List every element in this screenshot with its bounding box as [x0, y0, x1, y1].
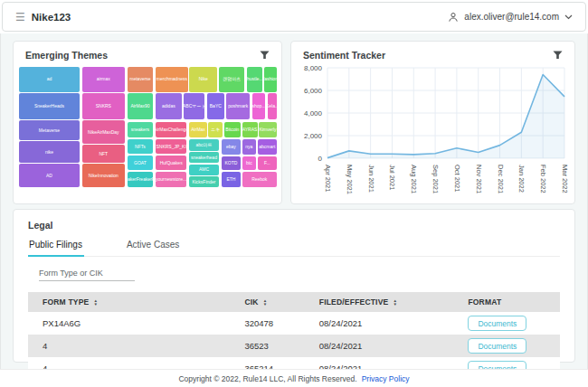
- treemap-tile[interactable]: AirMaxChallenge: [156, 122, 186, 137]
- treemap-tile[interactable]: Metaverse: [19, 120, 80, 140]
- table-row: PX14A6G32047808/24/2021Documents: [28, 312, 560, 335]
- treemap-tile[interactable]: HufQuakes: [156, 156, 186, 171]
- treemap-tile[interactable]: F...: [258, 156, 277, 170]
- treemap-tile[interactable]: yournewstore...: [156, 172, 186, 187]
- treemap-tile[interactable]: ニキ: [208, 122, 223, 137]
- treemap-tile[interactable]: sneakers: [128, 122, 154, 137]
- page: ☰ Nike123 alex.oliver@rule14.com Emergin…: [0, 0, 588, 387]
- svg-text:Jul 2021: Jul 2021: [388, 165, 396, 190]
- sort-icon[interactable]: ▲▼: [393, 299, 397, 306]
- treemap-tile[interactable]: AYRAS: [242, 122, 258, 137]
- svg-text:Aug 2021: Aug 2021: [410, 165, 418, 194]
- treemap-tile[interactable]: NFT: [82, 145, 125, 163]
- treemap-tile[interactable]: BaYC: [207, 93, 224, 119]
- treemap-tile[interactable]: airmax: [82, 67, 125, 92]
- privacy-policy-link[interactable]: Privacy Policy: [362, 374, 410, 383]
- treemap-tile[interactable]: sneakerhead: [189, 152, 219, 163]
- filter-icon[interactable]: [553, 51, 563, 60]
- tab-active-cases[interactable]: Active Cases: [126, 238, 181, 256]
- column-header: FORMAT: [453, 292, 560, 312]
- treemap-tile[interactable]: Bitcoin: [224, 122, 242, 137]
- treemap-tile[interactable]: Nike: [189, 67, 217, 92]
- treemap-tile[interactable]: Kimverly: [259, 122, 277, 137]
- treemap-tile[interactable]: AirMax90: [128, 93, 154, 119]
- treemap-tile[interactable]: NFTs: [128, 139, 154, 155]
- form-type-cik-input[interactable]: [39, 267, 135, 281]
- svg-text:Dec 2021: Dec 2021: [497, 165, 505, 194]
- sentiment-tracker-panel: Sentiment Tracker 02,0004,0006,0008,000A…: [290, 41, 575, 204]
- menu-icon[interactable]: ☰: [15, 12, 25, 23]
- treemap-tile[interactable]: AMC: [189, 165, 219, 175]
- copyright-text: Copyright © 2022, Rule14 LLC, All Rights…: [178, 374, 356, 383]
- emerging-themes-panel: Emerging Themes adSneakerHeadsMetaversen…: [13, 41, 282, 204]
- treemap-tile[interactable]: AD: [19, 164, 80, 187]
- tab-public-filings[interactable]: Public Filings: [28, 238, 84, 257]
- sort-icon[interactable]: ▲▼: [93, 299, 98, 306]
- sort-icon[interactable]: ▲▼: [263, 299, 268, 306]
- svg-text:2,000: 2,000: [304, 132, 323, 140]
- treemap-tile[interactable]: SNKRS: [82, 93, 125, 119]
- form-type-cell: PX14A6G: [28, 312, 230, 335]
- svg-text:Nov 2021: Nov 2021: [475, 165, 483, 194]
- column-header[interactable]: CIK▲▼: [230, 292, 304, 312]
- svg-text:Feb 2022: Feb 2022: [539, 165, 547, 194]
- treemap-tile[interactable]: ad: [19, 67, 80, 92]
- treemap-tile[interactable]: poshmark: [226, 93, 250, 119]
- filed-cell: 08/24/2021: [305, 335, 454, 357]
- topbar: ☰ Nike123 alex.oliver@rule14.com: [2, 2, 586, 32]
- footer: Copyright © 2022, Rule14 LLC, All Rights…: [0, 369, 588, 387]
- emerging-themes-title: Emerging Themes: [25, 50, 108, 61]
- svg-text:6,000: 6,000: [304, 87, 323, 95]
- treemap-tile[interactable]: ABCマート: [184, 93, 204, 119]
- treemap-tile[interactable]: KicksFinder: [189, 176, 219, 187]
- svg-text:Jan 2022: Jan 2022: [517, 165, 526, 193]
- sentiment-line-chart: 02,0004,0006,0008,000Apr 2021May 2021Jun…: [295, 62, 571, 198]
- treemap-tile[interactable]: Kela...: [268, 93, 277, 119]
- filings-table-header: FORM TYPE▲▼CIK▲▼FILED/EFFECTIVE▲▼FORMAT: [28, 292, 560, 312]
- treemap-tile[interactable]: shop...: [252, 93, 265, 119]
- treemap-tile[interactable]: merchmadness: [156, 67, 188, 92]
- legal-tabs: Public Filings Active Cases: [28, 238, 560, 257]
- legal-panel: Legal Public Filings Active Cases FORM T…: [13, 209, 575, 363]
- svg-text:8,000: 8,000: [304, 64, 323, 72]
- treemap-tile[interactable]: abcmart: [258, 139, 277, 155]
- treemap-tile[interactable]: KOTD: [222, 156, 241, 170]
- form-type-cell: 4: [28, 335, 230, 357]
- table-row: 43652308/24/2021Documents: [28, 335, 560, 357]
- filings-table: FORM TYPE▲▼CIK▲▼FILED/EFFECTIVE▲▼FORMAT …: [28, 292, 560, 380]
- column-header[interactable]: FORM TYPE▲▼: [28, 292, 230, 312]
- column-header[interactable]: FILED/EFFECTIVE▲▼: [305, 292, 454, 312]
- treemap-tile[interactable]: GOAT: [128, 156, 154, 171]
- treemap-tile[interactable]: AirMax: [189, 122, 207, 137]
- treemap-tile[interactable]: ETH: [222, 172, 241, 187]
- svg-text:Oct 2021: Oct 2021: [453, 165, 461, 192]
- treemap-tile[interactable]: Reebok: [242, 172, 277, 187]
- legal-title: Legal: [28, 220, 560, 231]
- main-content: Emerging Themes adSneakerHeadsMetaversen…: [0, 33, 588, 363]
- treemap-tile[interactable]: metaverse: [128, 67, 154, 92]
- treemap-tile[interactable]: 랜덤아츠: [219, 67, 245, 92]
- svg-text:4,000: 4,000: [304, 109, 323, 118]
- documents-button[interactable]: Documents: [468, 338, 526, 354]
- treemap-tile[interactable]: NikeAirMaxDay: [82, 120, 125, 144]
- user-menu[interactable]: alex.oliver@rule14.com: [448, 12, 573, 23]
- treemap-tile[interactable]: NikeInnovation: [82, 164, 125, 187]
- treemap-tile[interactable]: fashion: [264, 67, 277, 92]
- treemap-tile[interactable]: ebay: [222, 139, 241, 155]
- treemap-tile[interactable]: btc: [242, 156, 257, 170]
- svg-text:0: 0: [318, 155, 323, 163]
- filter-icon[interactable]: [260, 51, 270, 60]
- treemap-tile[interactable]: SNKRS_JP_KI: [156, 139, 186, 155]
- treemap-tile[interactable]: hustle...: [247, 67, 262, 92]
- user-email: alex.oliver@rule14.com: [464, 12, 559, 22]
- brand-title: Nike123: [32, 12, 71, 23]
- treemap-tile[interactable]: adidas: [156, 93, 182, 119]
- treemap-tile[interactable]: SneakerFreakerFam: [128, 172, 154, 187]
- svg-text:Apr 2021: Apr 2021: [324, 165, 332, 192]
- treemap-tile[interactable]: nya: [242, 139, 257, 155]
- treemap-tile[interactable]: abc마트: [189, 139, 219, 151]
- treemap-tile[interactable]: nike: [19, 141, 80, 162]
- treemap-tile[interactable]: SneakerHeads: [19, 93, 80, 119]
- cik-cell: 36523: [230, 335, 304, 357]
- documents-button[interactable]: Documents: [468, 316, 526, 331]
